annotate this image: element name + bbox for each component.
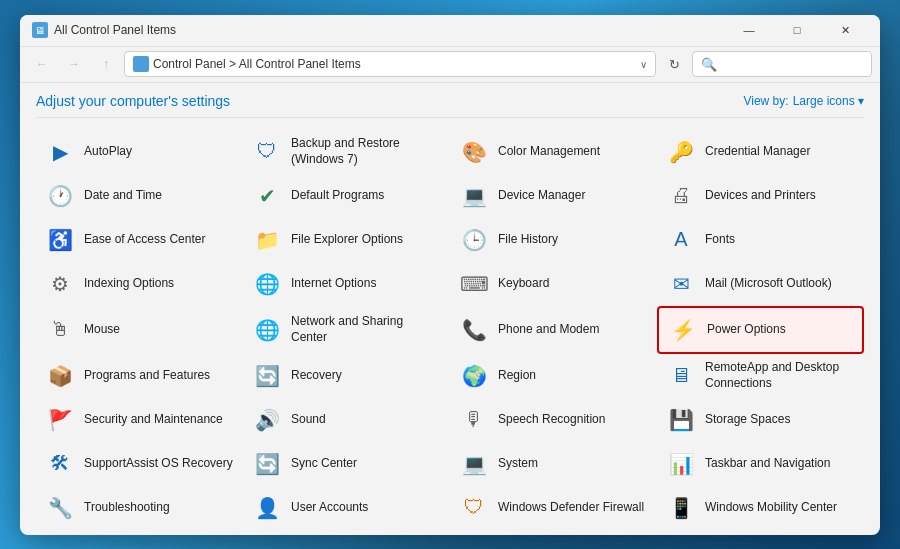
item-sound[interactable]: 🔊Sound <box>243 398 450 442</box>
content-area: Adjust your computer's settings View by:… <box>20 83 880 535</box>
item-recovery[interactable]: 🔄Recovery <box>243 354 450 398</box>
ease-of-access-icon: ♿ <box>44 224 76 256</box>
refresh-button[interactable]: ↻ <box>660 51 688 77</box>
maximize-button[interactable]: □ <box>774 15 820 47</box>
address-path: Control Panel > All Control Panel Items <box>153 57 361 71</box>
forward-button[interactable]: → <box>60 50 88 78</box>
item-autoplay[interactable]: ▶AutoPlay <box>36 130 243 174</box>
region-icon: 🌍 <box>458 360 490 392</box>
item-region[interactable]: 🌍Region <box>450 354 657 398</box>
item-user-accounts[interactable]: 👤User Accounts <box>243 486 450 530</box>
troubleshooting-icon: 🔧 <box>44 492 76 524</box>
item-mail-outlook[interactable]: ✉Mail (Microsoft Outlook) <box>657 262 864 306</box>
item-speech-recognition[interactable]: 🎙Speech Recognition <box>450 398 657 442</box>
title-bar: 🖥 All Control Panel Items — □ ✕ <box>20 15 880 47</box>
storage-spaces-label: Storage Spaces <box>705 412 790 428</box>
file-explorer-options-label: File Explorer Options <box>291 232 403 248</box>
sync-center-icon: 🔄 <box>251 448 283 480</box>
view-by-value[interactable]: Large icons ▾ <box>793 94 864 108</box>
device-manager-icon: 💻 <box>458 180 490 212</box>
item-security-maintenance[interactable]: 🚩Security and Maintenance <box>36 398 243 442</box>
item-keyboard[interactable]: ⌨Keyboard <box>450 262 657 306</box>
date-time-label: Date and Time <box>84 188 162 204</box>
credential-manager-icon: 🔑 <box>665 136 697 168</box>
item-indexing-options[interactable]: ⚙Indexing Options <box>36 262 243 306</box>
up-button[interactable]: ↑ <box>92 50 120 78</box>
system-icon: 💻 <box>458 448 490 480</box>
indexing-options-label: Indexing Options <box>84 276 174 292</box>
view-by-label: View by: <box>743 94 788 108</box>
programs-features-label: Programs and Features <box>84 368 210 384</box>
item-remoteapp[interactable]: 🖥RemoteApp and Desktop Connections <box>657 354 864 398</box>
internet-options-icon: 🌐 <box>251 268 283 300</box>
date-time-icon: 🕐 <box>44 180 76 212</box>
item-programs-features[interactable]: 📦Programs and Features <box>36 354 243 398</box>
speech-recognition-icon: 🎙 <box>458 404 490 436</box>
item-phone-modem[interactable]: 📞Phone and Modem <box>450 306 657 354</box>
window-title: All Control Panel Items <box>54 23 726 37</box>
power-options-label: Power Options <box>707 322 786 338</box>
backup-restore-label: Backup and Restore (Windows 7) <box>291 136 442 167</box>
item-credential-manager[interactable]: 🔑Credential Manager <box>657 130 864 174</box>
minimize-button[interactable]: — <box>726 15 772 47</box>
header-title: Adjust your computer's settings <box>36 93 230 109</box>
supportassist-icon: 🛠 <box>44 448 76 480</box>
storage-spaces-icon: 💾 <box>665 404 697 436</box>
window-icon: 🖥 <box>32 22 48 38</box>
user-accounts-label: User Accounts <box>291 500 368 516</box>
mouse-icon: 🖱 <box>44 314 76 346</box>
autoplay-icon: ▶ <box>44 136 76 168</box>
item-mouse[interactable]: 🖱Mouse <box>36 306 243 354</box>
ease-of-access-label: Ease of Access Center <box>84 232 205 248</box>
item-storage-spaces[interactable]: 💾Storage Spaces <box>657 398 864 442</box>
item-color-management[interactable]: 🎨Color Management <box>450 130 657 174</box>
item-fonts[interactable]: AFonts <box>657 218 864 262</box>
item-backup-restore[interactable]: 🛡Backup and Restore (Windows 7) <box>243 130 450 174</box>
item-sync-center[interactable]: 🔄Sync Center <box>243 442 450 486</box>
sync-center-label: Sync Center <box>291 456 357 472</box>
address-bar: ← → ↑ Control Panel > All Control Panel … <box>20 47 880 83</box>
address-icon <box>133 56 149 72</box>
item-power-options[interactable]: ⚡Power Options <box>657 306 864 354</box>
main-window: 🖥 All Control Panel Items — □ ✕ ← → ↑ Co… <box>20 15 880 535</box>
item-windows-tools[interactable]: ⚙Windows Tools <box>36 530 243 535</box>
fonts-icon: A <box>665 224 697 256</box>
item-network-sharing[interactable]: 🌐Network and Sharing Center <box>243 306 450 354</box>
address-box[interactable]: Control Panel > All Control Panel Items … <box>124 51 656 77</box>
region-label: Region <box>498 368 536 384</box>
item-device-manager[interactable]: 💻Device Manager <box>450 174 657 218</box>
taskbar-navigation-label: Taskbar and Navigation <box>705 456 830 472</box>
file-history-icon: 🕒 <box>458 224 490 256</box>
search-input[interactable] <box>721 57 863 71</box>
item-system[interactable]: 💻System <box>450 442 657 486</box>
address-chevron: ∨ <box>640 59 647 70</box>
item-file-history[interactable]: 🕒File History <box>450 218 657 262</box>
search-icon: 🔍 <box>701 57 717 72</box>
items-grid: ▶AutoPlay🛡Backup and Restore (Windows 7)… <box>36 130 864 535</box>
item-ease-of-access[interactable]: ♿Ease of Access Center <box>36 218 243 262</box>
item-windows-defender[interactable]: 🛡Windows Defender Firewall <box>450 486 657 530</box>
item-work-folders[interactable]: 📁Work Folders <box>243 530 450 535</box>
view-by: View by: Large icons ▾ <box>743 94 864 108</box>
fonts-label: Fonts <box>705 232 735 248</box>
search-box[interactable]: 🔍 <box>692 51 872 77</box>
item-default-programs[interactable]: ✔Default Programs <box>243 174 450 218</box>
item-internet-options[interactable]: 🌐Internet Options <box>243 262 450 306</box>
devices-printers-label: Devices and Printers <box>705 188 816 204</box>
close-button[interactable]: ✕ <box>822 15 868 47</box>
recovery-label: Recovery <box>291 368 342 384</box>
item-supportassist[interactable]: 🛠SupportAssist OS Recovery <box>36 442 243 486</box>
item-taskbar-navigation[interactable]: 📊Taskbar and Navigation <box>657 442 864 486</box>
item-file-explorer-options[interactable]: 📁File Explorer Options <box>243 218 450 262</box>
item-devices-printers[interactable]: 🖨Devices and Printers <box>657 174 864 218</box>
windows-defender-label: Windows Defender Firewall <box>498 500 644 516</box>
item-windows-mobility[interactable]: 📱Windows Mobility Center <box>657 486 864 530</box>
keyboard-icon: ⌨ <box>458 268 490 300</box>
autoplay-label: AutoPlay <box>84 144 132 160</box>
header-bar: Adjust your computer's settings View by:… <box>36 83 864 118</box>
sound-label: Sound <box>291 412 326 428</box>
back-button[interactable]: ← <box>28 50 56 78</box>
item-troubleshooting[interactable]: 🔧Troubleshooting <box>36 486 243 530</box>
item-date-time[interactable]: 🕐Date and Time <box>36 174 243 218</box>
color-management-label: Color Management <box>498 144 600 160</box>
